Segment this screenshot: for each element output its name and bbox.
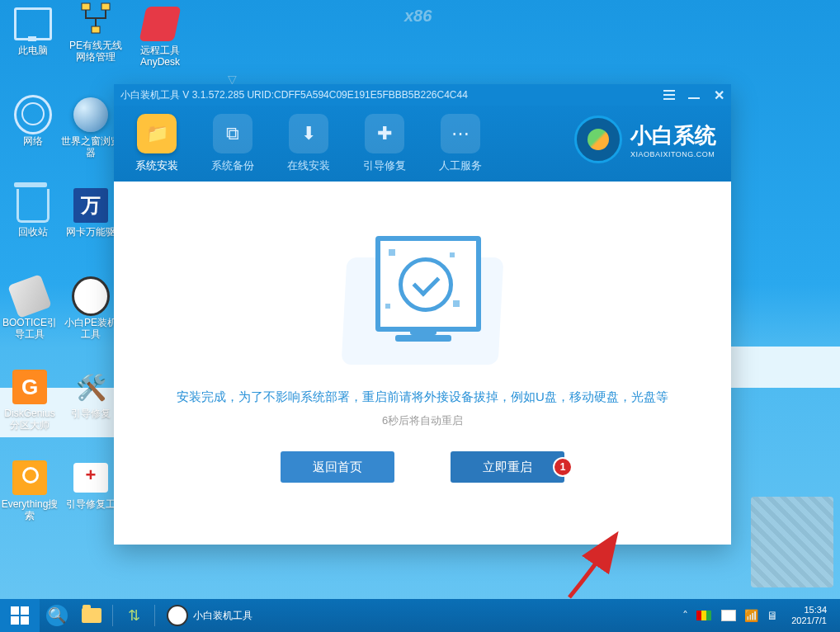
logo-subtitle: XIAOBAIXITONG.COM [630, 150, 716, 158]
message-primary: 安装完成，为了不影响系统部署，重启前请将外接设备拔掉，例如U盘，移动硬盘，光盘等 [177, 389, 668, 405]
taskbar[interactable]: 🔍 ⇅ 小白装机工具 ˄ 📶 🖥 15:34 2021/7/1 [0, 599, 840, 632]
nav-label: 人工服务 [439, 158, 482, 173]
nav-label: 系统备份 [211, 158, 254, 173]
chat-icon: ⋯ [441, 114, 480, 153]
desktop-icon-network[interactable]: 网络 [3, 96, 63, 147]
svg-rect-3 [11, 606, 19, 615]
nav-label: 在线安装 [287, 158, 330, 173]
start-button[interactable] [0, 599, 40, 632]
icon-label: 网卡万能驱 [66, 226, 116, 238]
icon-label: 网络 [23, 135, 43, 147]
check-circle-icon [399, 257, 453, 312]
window-nav: 📁系统安装 ⧉系统备份 ⬇在线安装 ✚引导修复 ⋯人工服务 小白系统 XIAOB… [114, 106, 731, 182]
wifi-icon: ⇅ [123, 605, 144, 626]
desktop-icon-wan-driver[interactable]: 万网卡万能驱 [61, 186, 120, 238]
taskbar-app-xiaobai[interactable]: 小白装机工具 [160, 599, 259, 632]
logo-mark-icon [574, 116, 622, 163]
desktop-icon-anydesk[interactable]: 远程工具AnyDesk [130, 5, 190, 68]
action-row: 返回首页 立即重启 1 [281, 451, 564, 483]
tray-preview-blur [751, 497, 833, 587]
nav-backup[interactable]: ⧉系统备份 [195, 114, 271, 173]
tray-flag-icon[interactable] [696, 611, 711, 620]
clock-date: 2021/7/1 [791, 615, 827, 626]
desktop-icon-pe-net[interactable]: PE有线无线网络管理 [61, 0, 130, 63]
clock-time: 15:34 [791, 605, 827, 615]
window-title: 小白装机工具 V 3.1.572.285 URID:CDFF5A594C09E1… [120, 88, 468, 102]
nav-label: 引导修复 [363, 158, 406, 173]
taskbar-explorer[interactable] [74, 599, 109, 632]
app-icon [167, 605, 188, 626]
icon-label: BOOTICE引导工具 [0, 317, 59, 340]
backup-icon: ⧉ [213, 114, 252, 153]
taskbar-divider [154, 605, 155, 626]
desktop-icon-diskgenius[interactable]: GDiskGenius分区大师 [0, 368, 59, 431]
window-body: 安装完成，为了不影响系统部署，重启前请将外接设备拔掉，例如U盘，移动硬盘，光盘等… [114, 182, 731, 545]
tray-network-icon[interactable]: 📶 [744, 609, 758, 622]
icon-label: 远程工具AnyDesk [130, 45, 190, 68]
system-tray[interactable]: ˄ 📶 🖥 15:34 2021/7/1 [682, 605, 840, 626]
nav-bootfix[interactable]: ✚引导修复 [347, 114, 422, 173]
restart-now-button[interactable]: 立即重启 1 [451, 451, 564, 483]
message-countdown: 6秒后将自动重启 [382, 413, 463, 428]
svg-rect-0 [82, 3, 90, 10]
taskbar-wifi[interactable]: ⇅ [116, 599, 151, 632]
svg-rect-4 [21, 606, 29, 615]
desktop-icon-everything[interactable]: Everything搜索 [0, 459, 59, 521]
button-label: 立即重启 [483, 460, 532, 475]
icon-label: 回收站 [18, 226, 48, 238]
icon-label: PE有线无线网络管理 [66, 40, 125, 63]
desktop-icon-boot-repair-tool[interactable]: 引导修复工 [61, 459, 120, 510]
app-logo: 小白系统 XIAOBAIXITONG.COM [574, 116, 716, 163]
window-titlebar[interactable]: 小白装机工具 V 3.1.572.285 URID:CDFF5A594C09E1… [114, 84, 731, 106]
app-window: 小白装机工具 V 3.1.572.285 URID:CDFF5A594C09E1… [114, 84, 731, 545]
search-icon: 🔍 [46, 605, 68, 626]
desktop-icon-boot-repair[interactable]: 🛠️引导修复 [61, 368, 120, 419]
icon-label: 小白PE装机工具 [61, 317, 120, 340]
desktop-icon-bootice[interactable]: BOOTICE引导工具 [0, 277, 59, 340]
close-button[interactable]: ✕ [711, 87, 726, 102]
tray-drive-icon[interactable] [721, 610, 736, 621]
icon-label: Everything搜索 [0, 498, 59, 521]
logo-title: 小白系统 [630, 121, 716, 150]
icon-label: 引导修复工 [66, 498, 116, 510]
desktop-icon-xiaobai-pe[interactable]: 小白PE装机工具 [61, 277, 120, 340]
nav-online[interactable]: ⬇在线安装 [271, 114, 347, 173]
folder-icon [81, 605, 102, 626]
icon-label: 世界之窗浏览器 [61, 135, 120, 158]
annotation-badge: 1 [553, 457, 573, 477]
medkit-icon: ✚ [365, 114, 404, 153]
menu-button[interactable] [662, 87, 677, 102]
desktop-icon-recycle-bin[interactable]: 回收站 [3, 186, 63, 238]
taskbar-clock[interactable]: 15:34 2021/7/1 [786, 605, 832, 626]
completion-illustration [336, 224, 509, 376]
svg-rect-1 [101, 3, 110, 10]
download-icon: ⬇ [289, 114, 328, 153]
svg-rect-2 [92, 26, 100, 33]
desktop-icon-this-pc[interactable]: 此电脑 [3, 5, 63, 56]
svg-rect-5 [11, 616, 19, 625]
taskbar-app-label: 小白装机工具 [193, 609, 252, 623]
nav-install[interactable]: 📁系统安装 [119, 114, 195, 173]
svg-rect-6 [21, 616, 29, 625]
taskbar-search[interactable]: 🔍 [40, 599, 74, 632]
taskbar-divider [112, 605, 113, 626]
icon-label: 引导修复 [71, 408, 111, 419]
minimize-button[interactable] [687, 87, 701, 102]
desktop-icon-world-browser[interactable]: 世界之窗浏览器 [61, 96, 120, 158]
icon-label: DiskGenius分区大师 [0, 408, 59, 431]
icon-label: 此电脑 [18, 45, 48, 56]
tray-display-icon[interactable]: 🖥 [767, 609, 778, 622]
nav-manual[interactable]: ⋯人工服务 [422, 114, 498, 173]
back-home-button[interactable]: 返回首页 [281, 451, 394, 483]
tray-chevron-icon[interactable]: ˄ [682, 609, 688, 622]
nav-label: 系统安装 [135, 158, 178, 173]
folder-down-icon: 📁 [137, 114, 177, 153]
